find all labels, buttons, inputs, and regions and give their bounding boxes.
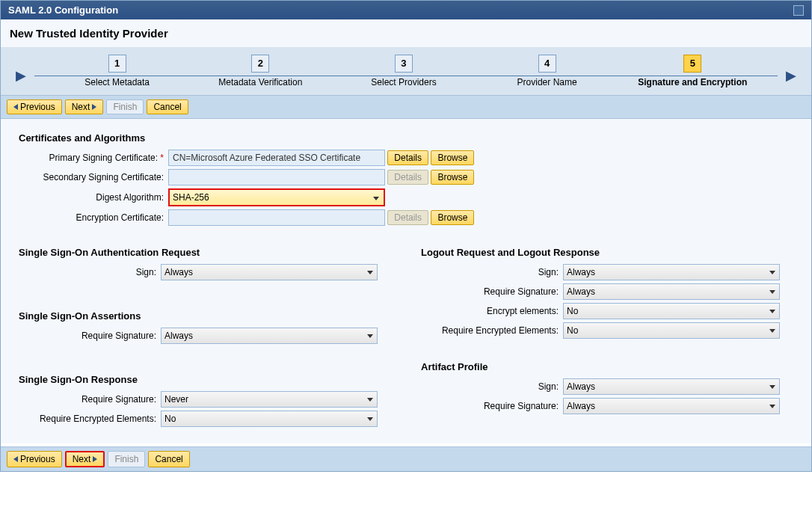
encryption-details-button: Details (387, 210, 428, 225)
wizard-end-arrow-icon: ▶ (786, 67, 796, 84)
logout-sign-label: Sign: (421, 267, 563, 277)
encryption-cert-field[interactable] (168, 209, 385, 226)
wizard-step-number: 5 (683, 55, 701, 73)
window-titlebar: SAML 2.0 Configuration (1, 1, 811, 19)
previous-button-bottom[interactable]: Previous (7, 451, 62, 467)
sso-resp-reqsig-label: Require Signature: (19, 394, 161, 405)
wizard-step-1: 1 Select Metadata (65, 55, 170, 87)
artifact-reqsig-label: Require Signature: (421, 401, 563, 411)
cancel-button-bottom[interactable]: Cancel (148, 451, 189, 467)
wizard-step-number: 2 (251, 55, 269, 73)
wizard-step-number: 4 (538, 55, 556, 73)
artifact-sign-label: Sign: (421, 381, 563, 392)
artifact-reqsig-select[interactable]: Always (563, 398, 780, 414)
wizard-start-arrow-icon: ▶ (16, 67, 26, 84)
secondary-browse-button[interactable]: Browse (431, 170, 474, 185)
sso-auth-sign-select[interactable]: Always (161, 264, 378, 280)
logout-reqsig-select[interactable]: Always (563, 283, 780, 300)
logout-heading: Logout Request and Logout Response (421, 247, 793, 258)
next-button-bottom[interactable]: Next (65, 451, 105, 467)
primary-browse-button[interactable]: Browse (431, 150, 474, 165)
wizard-step-2: 2 Metadata Verification (208, 55, 313, 87)
arrow-left-icon (13, 456, 18, 462)
wizard-step-4: 4 Provider Name (495, 55, 600, 87)
logout-reqenc-label: Require Encrypted Elements: (421, 325, 563, 336)
sso-resp-heading: Single Sign-On Response (19, 374, 391, 385)
artifact-heading: Artifact Profile (421, 361, 793, 372)
arrow-left-icon (13, 104, 18, 110)
page-subtitle: New Trusted Identity Provider (1, 19, 811, 47)
logout-reqsig-label: Require Signature: (421, 286, 563, 297)
wizard-step-number: 1 (108, 55, 126, 73)
logout-enc-label: Encrypt elements: (421, 306, 563, 316)
secondary-signing-cert-label: Secondary Signing Certificate: (19, 172, 168, 182)
digest-algorithm-label: Digest Algorithm: (19, 192, 168, 203)
logout-sign-select[interactable]: Always (563, 264, 780, 280)
sso-assert-reqsig-select[interactable]: Always (161, 328, 378, 344)
wizard-step-label: Select Metadata (65, 77, 170, 87)
encryption-browse-button[interactable]: Browse (431, 210, 474, 225)
wizard-step-label: Metadata Verification (208, 77, 313, 87)
wizard-step-number: 3 (395, 55, 413, 73)
window-title: SAML 2.0 Configuration (8, 4, 118, 16)
secondary-signing-cert-field[interactable] (168, 169, 385, 185)
secondary-details-button: Details (387, 170, 428, 185)
digest-algorithm-select[interactable]: SHA-256 (170, 190, 384, 205)
primary-signing-cert-field[interactable] (168, 150, 385, 166)
previous-button[interactable]: Previous (7, 99, 62, 114)
sso-resp-reqenc-label: Require Encrypted Elements: (19, 414, 161, 424)
primary-details-button[interactable]: Details (387, 150, 428, 165)
wizard-step-label: Signature and Encryption (638, 77, 747, 87)
wizard-step-3: 3 Select Providers (351, 55, 456, 87)
arrow-right-icon (93, 456, 97, 462)
wizard-step-label: Select Providers (351, 77, 456, 87)
wizard-step-label: Provider Name (495, 77, 600, 87)
wizard-steps: ▶ 1 Select Metadata 2 Metadata Verificat… (1, 47, 811, 96)
sso-resp-reqsig-select[interactable]: Never (161, 391, 378, 408)
window-control-icon[interactable] (793, 5, 804, 16)
finish-button-bottom: Finish (108, 451, 145, 467)
logout-reqenc-select[interactable]: No (563, 322, 780, 339)
certificates-heading: Certificates and Algorithms (19, 132, 793, 144)
toolbar-top: Previous Next Finish Cancel (1, 96, 811, 119)
sso-assert-reqsig-label: Require Signature: (19, 331, 161, 341)
arrow-right-icon (92, 104, 96, 110)
sso-auth-sign-label: Sign: (19, 267, 161, 277)
artifact-sign-select[interactable]: Always (563, 378, 780, 395)
sso-assert-heading: Single Sign-On Assertions (19, 310, 391, 322)
next-button[interactable]: Next (65, 99, 104, 114)
cancel-button[interactable]: Cancel (147, 99, 188, 114)
primary-signing-cert-label: Primary Signing Certificate: * (19, 153, 168, 163)
logout-enc-select[interactable]: No (563, 303, 780, 319)
toolbar-bottom: Previous Next Finish Cancel (1, 446, 811, 471)
sso-auth-heading: Single Sign-On Authentication Request (19, 247, 391, 258)
wizard-step-5: 5 Signature and Encryption (638, 55, 747, 87)
sso-resp-reqenc-select[interactable]: No (161, 411, 378, 427)
encryption-cert-label: Encryption Certificate: (19, 212, 168, 223)
finish-button: Finish (106, 99, 144, 114)
